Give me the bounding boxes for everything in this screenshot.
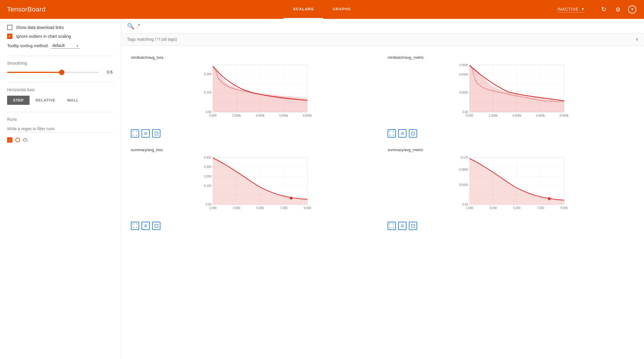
settings-icon: ⚙: [615, 6, 621, 13]
chart-3-expand-btn[interactable]: ⛶: [131, 222, 139, 230]
chart-area-3: 0.400 0.300 0.200 0.100 0.00 1.000 3.000…: [131, 154, 378, 219]
show-download-row: Show data download links: [7, 25, 114, 30]
svg-text:4.000k: 4.000k: [256, 114, 265, 117]
svg-text:3.000: 3.000: [489, 206, 497, 210]
run-color-circle[interactable]: [15, 138, 20, 142]
svg-text:7.000: 7.000: [280, 206, 287, 210]
slider-fill: [7, 72, 62, 73]
chart-4-actions: ⛶ ≡ ⊡: [388, 222, 634, 230]
tooltip-sorting-row: Tooltip sorting method: default ascendin…: [7, 43, 114, 49]
svg-text:0.000: 0.000: [209, 114, 217, 117]
divider-2: [7, 82, 114, 83]
svg-text:5.000: 5.000: [256, 206, 264, 210]
main-nav: SCALARS GRAPHS: [284, 0, 360, 19]
svg-text:6.000k: 6.000k: [279, 114, 288, 117]
svg-text:0.0200: 0.0200: [459, 91, 468, 94]
chart-minibatch-avg-metric: minibatch/avg_metric: [383, 50, 639, 143]
svg-text:0.300: 0.300: [204, 165, 211, 169]
show-download-checkbox[interactable]: [7, 25, 12, 30]
app-title: TensorBoard: [7, 6, 45, 13]
chart-1-zoom-btn[interactable]: ⊡: [152, 129, 160, 138]
ignore-outliers-checkbox[interactable]: [7, 34, 12, 39]
search-bar: 🔍: [121, 19, 644, 33]
svg-text:0.00: 0.00: [462, 110, 468, 114]
chart-1-data-btn[interactable]: ≡: [142, 129, 150, 138]
tags-header: Tags matching /.*/ (all tags) 4: [121, 33, 644, 45]
svg-text:4.000k: 4.000k: [512, 114, 521, 117]
smoothing-slider-row: 0.6: [7, 69, 114, 75]
tags-matching-text: Tags matching /.*/ (all tags): [127, 37, 177, 42]
sidebar: Show data download links Ignore outliers…: [0, 19, 121, 359]
svg-text:9.000: 9.000: [304, 206, 311, 210]
chart-svg-2: 0.0600 0.0400 0.0200 0.00 0.000 2.000k 4…: [388, 62, 634, 121]
chart-summary-avg-loss: summary/avg_loss: [126, 143, 383, 235]
chart-svg-4: 0.120 0.0800 0.0400 0.00 1.000 3.000 5.0…: [388, 154, 634, 213]
runs-filter-input[interactable]: [7, 125, 114, 133]
chart-2-data-btn[interactable]: ≡: [398, 129, 406, 138]
svg-text:0.120: 0.120: [461, 156, 468, 159]
runs-label: Runs: [7, 117, 114, 122]
divider-1: [7, 56, 114, 56]
divider-3: [7, 112, 114, 112]
run-checkbox[interactable]: [7, 137, 12, 143]
svg-text:1.000: 1.000: [209, 206, 217, 210]
svg-text:0.0600: 0.0600: [459, 63, 468, 67]
svg-text:0.00: 0.00: [206, 110, 212, 114]
tooltip-select-wrapper: default ascending descending nearest: [51, 43, 79, 49]
chart-2-zoom-btn[interactable]: ⊡: [409, 129, 417, 138]
svg-text:0.200: 0.200: [204, 175, 211, 178]
search-input[interactable]: [137, 23, 638, 29]
charts-grid: minibatch/avg_loss: [121, 45, 644, 240]
refresh-icon: ↻: [601, 6, 606, 13]
chart-svg-3: 0.400 0.300 0.200 0.100 0.00 1.000 3.000…: [131, 154, 378, 213]
search-icon: 🔍: [127, 22, 134, 30]
chart-2-actions: ⛶ ≡ ⊡: [388, 129, 634, 138]
chart-1-expand-btn[interactable]: ⛶: [131, 129, 139, 138]
svg-text:0.000: 0.000: [466, 114, 473, 117]
chart-2-expand-btn[interactable]: ⛶: [388, 129, 396, 138]
axis-wall-button[interactable]: WALL: [61, 96, 84, 105]
chart-4-zoom-btn[interactable]: ⊡: [409, 222, 417, 230]
svg-text:0.100: 0.100: [204, 184, 211, 187]
svg-text:3.000: 3.000: [233, 206, 240, 210]
svg-text:0.100: 0.100: [204, 91, 211, 94]
svg-text:5.000: 5.000: [513, 206, 521, 210]
svg-text:9.000: 9.000: [560, 206, 568, 210]
ignore-outliers-label: Ignore outliers in chart scaling: [16, 34, 71, 39]
axis-relative-button[interactable]: RELATIVE: [30, 96, 61, 105]
chart-title-1: minibatch/avg_loss: [131, 55, 378, 60]
show-download-label: Show data download links: [16, 25, 64, 30]
chart-3-zoom-btn[interactable]: ⊡: [152, 222, 160, 230]
svg-text:0.0400: 0.0400: [459, 73, 468, 76]
smoothing-section: Smoothing 0.6: [7, 61, 114, 75]
slider-track: [7, 72, 98, 73]
chart-area-1: 0.200 0.100 0.00 0.000 2.000k 4.000k 6.0…: [131, 62, 378, 127]
chart-title-2: minibatch/avg_metric: [388, 55, 634, 60]
chart-title-4: summary/avg_metric: [388, 148, 634, 152]
axis-step-button[interactable]: STEP: [7, 96, 30, 105]
svg-text:0.200: 0.200: [204, 73, 211, 76]
chart-3-data-btn[interactable]: ≡: [142, 222, 150, 230]
help-button[interactable]: ?: [627, 5, 637, 14]
svg-text:0.0400: 0.0400: [459, 183, 468, 187]
content-area: 🔍 Tags matching /.*/ (all tags) 4 miniba…: [121, 19, 644, 359]
inactive-dropdown[interactable]: INACTIVE ▼: [557, 7, 585, 12]
svg-text:7.000: 7.000: [537, 206, 544, 210]
nav-graphs[interactable]: GRAPHS: [323, 0, 360, 19]
chart-4-data-btn[interactable]: ≡: [398, 222, 406, 230]
ignore-outliers-row: Ignore outliers in chart scaling: [7, 34, 114, 39]
svg-text:0.00: 0.00: [462, 203, 468, 206]
horizontal-axis-section: Horizontal Axis STEP RELATIVE WALL: [7, 87, 114, 105]
nav-scalars[interactable]: SCALARS: [284, 0, 323, 19]
main-layout: Show data download links Ignore outliers…: [0, 19, 644, 359]
svg-text:8.000k: 8.000k: [560, 114, 569, 117]
slider-thumb[interactable]: [59, 70, 64, 75]
svg-text:0.0800: 0.0800: [459, 168, 468, 171]
settings-button[interactable]: ⚙: [613, 5, 623, 14]
refresh-button[interactable]: ↻: [599, 5, 609, 14]
tooltip-sorting-select[interactable]: default ascending descending nearest: [51, 43, 79, 49]
chart-4-expand-btn[interactable]: ⛶: [388, 222, 396, 230]
chart-minibatch-avg-loss: minibatch/avg_loss: [126, 50, 383, 143]
smoothing-slider-container[interactable]: [7, 69, 98, 75]
horizontal-axis-label: Horizontal Axis: [7, 87, 114, 92]
